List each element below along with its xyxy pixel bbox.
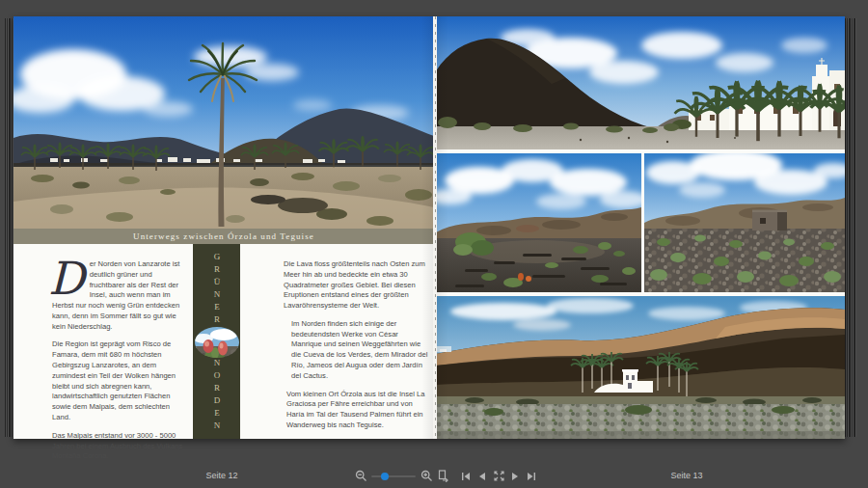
last-page-icon[interactable] bbox=[525, 470, 538, 483]
text-frame-left[interactable]: Der Norden von Lanzarote ist deutlich gr… bbox=[52, 259, 189, 470]
paragraph: Vom kleinen Ort Órzola aus ist die Insel… bbox=[284, 390, 430, 431]
zoom-in-icon[interactable] bbox=[420, 470, 433, 483]
photobook-editor-window: Unterwegs zwischen Órzola und Teguise GR… bbox=[0, 0, 868, 488]
first-page-icon[interactable] bbox=[459, 470, 473, 483]
paragraph: Die Region ist geprägt vom Risco de Fama… bbox=[52, 339, 189, 422]
zoom-slider[interactable] bbox=[371, 470, 416, 483]
previous-page-icon[interactable] bbox=[475, 470, 489, 483]
band-word-bottom: NORDEN bbox=[212, 358, 221, 433]
spine-fold-line bbox=[433, 16, 437, 439]
view-controls bbox=[354, 469, 538, 483]
chapter-side-band[interactable]: GRÜNER bbox=[193, 244, 240, 439]
page-13 bbox=[436, 16, 845, 439]
page-12: Unterwegs zwischen Órzola und Teguise GR… bbox=[14, 16, 434, 439]
paragraph: Die Lava floss größtenteils nach Osten z… bbox=[284, 259, 430, 312]
text-frame-right[interactable]: Die Lava floss größtenteils nach Osten z… bbox=[284, 259, 430, 439]
photo-caption-text: Unterwegs zwischen Órzola und Teguise bbox=[133, 231, 314, 241]
crater-farmland-photo[interactable] bbox=[436, 153, 641, 292]
zoom-slider-track[interactable] bbox=[371, 475, 416, 477]
zoom-out-icon[interactable] bbox=[354, 470, 367, 483]
band-word-top: GRÜNER bbox=[212, 252, 221, 327]
fit-page-icon[interactable] bbox=[436, 470, 449, 483]
stone-walls-vineyard-photo[interactable] bbox=[644, 153, 845, 292]
cactus-fruit-photo[interactable] bbox=[195, 327, 239, 358]
photo-caption-bar[interactable]: Unterwegs zwischen Órzola und Teguise bbox=[14, 229, 434, 244]
fit-to-window-icon[interactable] bbox=[492, 470, 505, 483]
next-page-icon[interactable] bbox=[508, 470, 522, 483]
paragraph: Der Norden von Lanzarote ist deutlich gr… bbox=[52, 259, 189, 332]
page-stack-edge-right bbox=[845, 18, 856, 437]
paragraph: Das Malpais entstand vor 3000 - 5000 Jah… bbox=[52, 431, 189, 462]
page-number-right: Seite 13 bbox=[648, 471, 725, 480]
dropcap: D bbox=[48, 260, 85, 298]
paragraph: Im Norden finden sich einige der bedeute… bbox=[284, 319, 430, 382]
zoom-slider-handle[interactable] bbox=[381, 473, 389, 480]
volcano-church-photo[interactable] bbox=[436, 16, 845, 149]
valley-church-panorama-photo[interactable] bbox=[436, 296, 845, 439]
page-number-left: Seite 12 bbox=[183, 471, 260, 480]
page-stack-edge-left bbox=[5, 18, 14, 437]
book-spread: Unterwegs zwischen Órzola und Teguise GR… bbox=[14, 16, 845, 439]
palm-landscape-photo[interactable] bbox=[14, 16, 434, 229]
